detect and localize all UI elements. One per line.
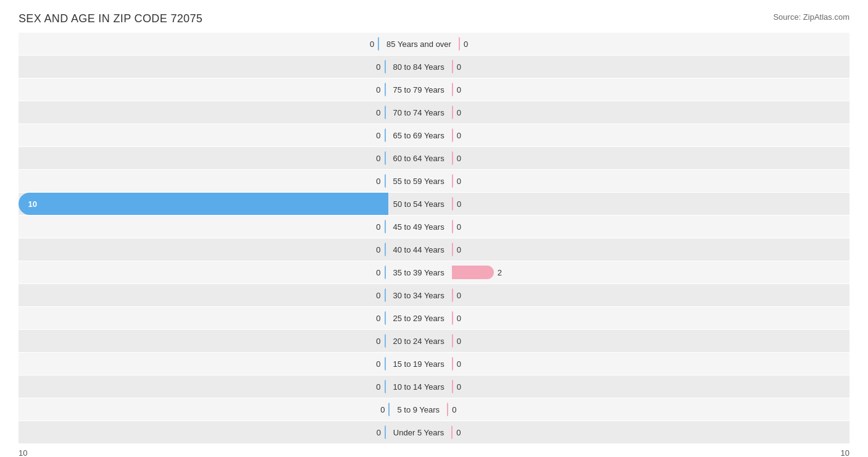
- female-bar: [452, 151, 453, 165]
- right-section: 0: [449, 56, 849, 78]
- female-value: 0: [457, 131, 469, 140]
- female-bar: [452, 311, 453, 325]
- age-label: 60 to 64 Years: [388, 154, 449, 163]
- female-value: 0: [457, 222, 469, 232]
- age-label: 75 to 79 Years: [388, 85, 449, 94]
- female-bar: [452, 266, 494, 279]
- left-section: 0: [19, 124, 388, 146]
- male-bar: [385, 288, 386, 302]
- bar-row: 0 55 to 59 Years 0: [19, 170, 849, 192]
- left-section: 0: [19, 101, 388, 124]
- age-label: Under 5 Years: [388, 428, 449, 437]
- male-bar: [385, 357, 386, 371]
- left-section: 0: [19, 375, 388, 398]
- axis-right: 10: [841, 448, 849, 457]
- female-bar: [451, 426, 453, 439]
- right-section: 0: [449, 124, 849, 146]
- female-value: 0: [457, 359, 469, 369]
- male-value: 0: [369, 428, 381, 437]
- female-value: 0: [457, 62, 469, 72]
- female-value: 2: [498, 268, 510, 277]
- age-label: 20 to 24 Years: [388, 337, 449, 346]
- bar-row: 0 65 to 69 Years 0: [19, 124, 849, 146]
- male-value: 0: [369, 268, 381, 277]
- male-value: 10: [25, 199, 37, 209]
- left-section: 0: [19, 56, 388, 78]
- axis-row: 10 10: [19, 448, 849, 457]
- chart-title: SEX AND AGE IN ZIP CODE 72075: [19, 12, 202, 25]
- right-section: 0: [449, 216, 849, 238]
- age-label: 55 to 59 Years: [388, 177, 449, 186]
- female-bar: [452, 128, 453, 142]
- female-value: 0: [452, 405, 464, 414]
- right-section: 0: [444, 398, 849, 421]
- male-bar: [385, 426, 386, 439]
- left-section: 0: [19, 238, 388, 261]
- source-label: Source: ZipAtlas.com: [773, 12, 849, 22]
- left-section: 0: [19, 216, 388, 238]
- female-bar: [452, 220, 453, 233]
- bar-row: 0 Under 5 Years 0: [19, 421, 849, 443]
- female-value: 0: [464, 40, 476, 49]
- female-value: 0: [457, 245, 469, 254]
- age-label: 10 to 14 Years: [388, 382, 449, 392]
- left-section: 0: [19, 284, 388, 306]
- male-bar: [385, 311, 386, 325]
- female-value: 0: [457, 154, 469, 163]
- female-value: 0: [457, 177, 469, 186]
- right-section: 2: [449, 261, 849, 283]
- male-value: 0: [369, 62, 381, 72]
- female-value: 0: [457, 85, 469, 94]
- left-section: 0: [19, 307, 388, 329]
- female-value: 0: [457, 199, 469, 209]
- bar-row: 0 80 to 84 Years 0: [19, 56, 849, 78]
- female-value: 0: [456, 428, 469, 437]
- male-bar: [385, 151, 386, 165]
- age-label: 15 to 19 Years: [388, 359, 449, 369]
- age-label: 25 to 29 Years: [388, 314, 449, 323]
- bar-row: 0 45 to 49 Years 0: [19, 216, 849, 238]
- male-value: 0: [372, 405, 385, 414]
- female-bar: [452, 380, 453, 393]
- female-bar: [452, 60, 453, 73]
- male-bar: [385, 380, 386, 393]
- male-bar: [388, 403, 390, 416]
- right-section: 0: [449, 170, 849, 192]
- bar-row: 0 5 to 9 Years 0: [19, 398, 849, 421]
- male-bar: [385, 334, 386, 348]
- age-label: 45 to 49 Years: [388, 222, 449, 232]
- male-value: 0: [369, 131, 381, 140]
- male-bar: [385, 83, 386, 96]
- male-bar: [385, 243, 386, 256]
- age-label: 80 to 84 Years: [388, 62, 449, 72]
- age-label: 30 to 34 Years: [388, 291, 449, 300]
- female-bar: [452, 83, 453, 96]
- male-bar: [385, 60, 386, 73]
- left-section: 0: [19, 353, 388, 375]
- male-value: 0: [369, 337, 381, 346]
- right-section: 0: [449, 147, 849, 169]
- age-label: 50 to 54 Years: [388, 199, 449, 209]
- bar-row: 0 15 to 19 Years 0: [19, 353, 849, 375]
- female-bar: [452, 197, 453, 211]
- age-label: 5 to 9 Years: [392, 405, 444, 414]
- age-label: 65 to 69 Years: [388, 131, 449, 140]
- female-bar: [452, 106, 453, 119]
- female-value: 0: [457, 291, 469, 300]
- male-value: 0: [362, 40, 374, 49]
- male-value: 0: [369, 291, 381, 300]
- male-value: 0: [369, 359, 381, 369]
- left-section: 0: [19, 33, 382, 55]
- bar-row: 0 70 to 74 Years 0: [19, 101, 849, 124]
- male-bar: [385, 220, 386, 233]
- right-section: 0: [449, 78, 849, 101]
- right-section: 0: [449, 238, 849, 261]
- age-label: 85 Years and over: [382, 40, 456, 49]
- male-value: 0: [369, 314, 381, 323]
- bar-row: 0 75 to 79 Years 0: [19, 78, 849, 101]
- male-value: 0: [369, 222, 381, 232]
- female-value: 0: [457, 337, 469, 346]
- male-bar: [385, 128, 386, 142]
- right-section: 0: [449, 330, 849, 352]
- right-section: 0: [449, 421, 849, 443]
